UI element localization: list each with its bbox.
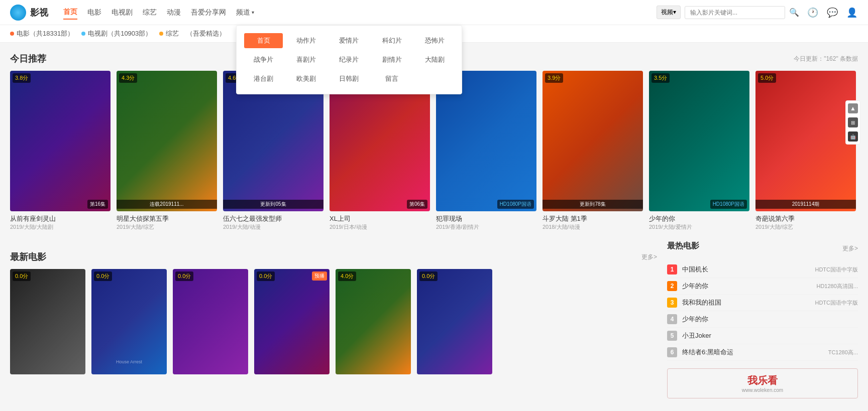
today-card-1[interactable]: 3.8分 第16集 从前有座剑灵山 2019/大陆/大陆剧 — [10, 71, 111, 231]
search-button[interactable]: 🔍 — [789, 8, 799, 17]
search-input[interactable] — [685, 6, 785, 19]
cat-variety[interactable]: 综艺 — [159, 29, 179, 38]
nav-channel[interactable]: 频道 ▾ — [236, 6, 254, 19]
dropdown-comedy[interactable]: 喜剧片 — [287, 52, 325, 67]
latest-movie-grid: 0.0分 0.0分 House Arrest 0.0 — [10, 269, 657, 374]
movie-info-8: 奇葩说第六季 2019/大陆/综艺 — [755, 214, 856, 231]
hot-desc-1: HDTC国语中字版 — [815, 266, 858, 273]
hot-item-1[interactable]: 1 中国机长 HDTC国语中字版 — [667, 261, 858, 278]
score-badge-2: 4.3分 — [119, 73, 137, 83]
history-icon[interactable]: 🕐 — [807, 7, 819, 19]
cat-dot-variety — [159, 32, 163, 36]
pre-badge-4: 预播 — [312, 271, 327, 281]
nav-tv[interactable]: 电视剧 — [112, 6, 133, 19]
hot-item-4[interactable]: 4 少年的你 — [667, 311, 858, 328]
hot-name-4: 少年的你 — [682, 315, 853, 324]
today-card-4[interactable]: 3.0分 第06集 XL上司 2019/日本/动漫 — [330, 71, 430, 231]
scroll-sidebar: ▲ ⊞ 🤖 — [845, 100, 860, 145]
cat-selected-label: （吾爱精选） — [186, 29, 226, 38]
dropdown-romance[interactable]: 爱情片 — [330, 33, 368, 48]
hot-rank-4: 4 — [667, 314, 677, 324]
hd-badge-5: HD1080P国语 — [497, 200, 534, 209]
dropdown-action[interactable]: 动作片 — [287, 33, 325, 48]
user-icon[interactable]: 👤 — [846, 7, 858, 19]
today-update: 今日更新："162" 条数据 — [794, 55, 858, 63]
nav-share[interactable]: 吾爱分享网 — [191, 6, 226, 19]
promo-banner: 我乐看 — [673, 374, 852, 387]
today-card-2[interactable]: 4.3分 连载2019111... 明星大侦探第五季 2019/大陆/综艺 — [117, 71, 217, 231]
latest-score-4: 0.0分 — [257, 271, 275, 281]
dropdown-hk-drama[interactable]: 港台剧 — [244, 71, 283, 86]
update-badge-6: 更新到78集 — [542, 200, 643, 209]
windows-logo: ⊞ — [851, 120, 855, 125]
latest-card-3[interactable]: 0.0分 — [173, 269, 248, 374]
hot-item-2[interactable]: 2 少年的你 HD1280高清国... — [667, 278, 858, 295]
hot-name-6: 终结者6:黑暗命运 — [682, 348, 823, 357]
latest-more[interactable]: 更多> — [641, 253, 657, 261]
latest-card-5[interactable]: 4.0分 — [336, 269, 411, 374]
chevron-down-icon: ▾ — [252, 10, 254, 15]
hot-rank-6: 6 — [667, 347, 677, 357]
today-card-6[interactable]: 3.9分 更新到78集 斗罗大陆 第1季 2018/大陆/动漫 — [542, 71, 643, 231]
hot-title: 最热电影 — [667, 241, 699, 251]
cat-movies[interactable]: 电影（共18331部） — [10, 29, 74, 38]
hot-list: 1 中国机长 HDTC国语中字版 2 少年的你 HD1280高清国... 3 我… — [667, 261, 858, 361]
dropdown-korean-drama[interactable]: 日韩剧 — [330, 71, 368, 86]
scroll-top-button[interactable]: ▲ — [848, 103, 858, 113]
cat-dot-movies — [10, 32, 14, 36]
latest-score-1: 0.0分 — [13, 271, 31, 281]
today-card-3[interactable]: 4.6分 更新到05集 伍六七之最强发型师 2019/大陆/动漫 — [223, 71, 323, 231]
search-type-select[interactable]: 视频▾ — [657, 6, 681, 19]
dropdown-grid: 首页 动作片 爱情片 科幻片 恐怖片 战争片 喜剧片 纪录片 剧情片 大陆剧 港… — [244, 33, 454, 86]
today-title: 今日推荐 — [10, 53, 46, 65]
ep-badge-1: 第16集 — [87, 200, 108, 209]
nav-variety[interactable]: 综艺 — [143, 6, 157, 19]
movie-title-6: 斗罗大陆 第1季 — [542, 214, 643, 223]
cat-movies-label: 电影（共18331部） — [17, 29, 74, 38]
hot-item-5[interactable]: 5 小丑Joker — [667, 328, 858, 344]
latest-card-1[interactable]: 0.0分 — [10, 269, 85, 374]
dropdown-menu: 首页 动作片 爱情片 科幻片 恐怖片 战争片 喜剧片 纪录片 剧情片 大陆剧 港… — [236, 25, 462, 94]
nav-movies[interactable]: 电影 — [87, 6, 101, 19]
dropdown-home[interactable]: 首页 — [244, 33, 283, 48]
movie-info-3: 伍六七之最强发型师 2019/大陆/动漫 — [223, 214, 323, 231]
dropdown-scifi[interactable]: 科幻片 — [373, 33, 411, 48]
movie-sub-1: 2019/大陆/大陆剧 — [10, 223, 111, 231]
movie-title-4: XL上司 — [330, 214, 430, 223]
today-card-5[interactable]: 4.2分 HD1080P国语 犯罪现场 2019/香港/剧情片 — [436, 71, 536, 231]
latest-card-4[interactable]: 0.0分 预播 — [254, 269, 330, 374]
movie-title-8: 奇葩说第六季 — [755, 214, 856, 223]
dropdown-western-drama[interactable]: 欧美剧 — [287, 71, 325, 86]
today-card-7[interactable]: 3.5分 HD1080P国语 少年的你 2019/大陆/爱情片 — [649, 71, 749, 231]
hot-more[interactable]: 更多> — [842, 244, 858, 253]
cat-tv-label: 电视剧（共10903部） — [88, 29, 152, 38]
dropdown-horror[interactable]: 恐怖片 — [415, 33, 454, 48]
logo[interactable]: 影视 — [10, 5, 48, 21]
nav-anime[interactable]: 动漫 — [167, 6, 181, 19]
hot-desc-2: HD1280高清国... — [816, 283, 858, 290]
movie-sub-3: 2019/大陆/动漫 — [223, 223, 323, 231]
dropdown-war[interactable]: 战争片 — [244, 52, 283, 67]
dropdown-mainland-drama[interactable]: 大陆剧 — [415, 52, 454, 67]
hot-rank-2: 2 — [667, 281, 677, 291]
dropdown-documentary[interactable]: 纪录片 — [330, 52, 368, 67]
hot-name-2: 少年的你 — [682, 282, 811, 291]
score-badge-1: 3.8分 — [13, 73, 31, 83]
dropdown-drama[interactable]: 剧情片 — [373, 52, 411, 67]
messages-icon[interactable]: 💬 — [826, 7, 838, 19]
cat-tv[interactable]: 电视剧（共10903部） — [81, 29, 152, 38]
nav-home[interactable]: 首页 — [63, 6, 77, 20]
latest-card-6[interactable]: 0.0分 — [417, 269, 492, 374]
today-card-8[interactable]: 5.0分 20191114期 奇葩说第六季 2019/大陆/综艺 — [755, 71, 856, 231]
hot-rank-5: 5 — [667, 331, 677, 341]
movie-info-7: 少年的你 2019/大陆/爱情片 — [649, 214, 749, 231]
cat-selected[interactable]: （吾爱精选） — [186, 29, 226, 38]
movie-sub-6: 2018/大陆/动漫 — [542, 223, 643, 231]
dropdown-message[interactable]: 留言 — [373, 71, 411, 86]
hot-name-1: 中国机长 — [682, 265, 810, 274]
today-movie-grid: 3.8分 第16集 从前有座剑灵山 2019/大陆/大陆剧 4.3分 连载201… — [10, 71, 858, 231]
hot-item-6[interactable]: 6 终结者6:黑暗命运 TC1280高... — [667, 344, 858, 361]
latest-card-2[interactable]: 0.0分 House Arrest — [91, 269, 167, 374]
ep-badge-4: 第06集 — [407, 200, 427, 209]
hot-item-3[interactable]: 3 我和我的祖国 HDTC国语中字版 — [667, 295, 858, 311]
